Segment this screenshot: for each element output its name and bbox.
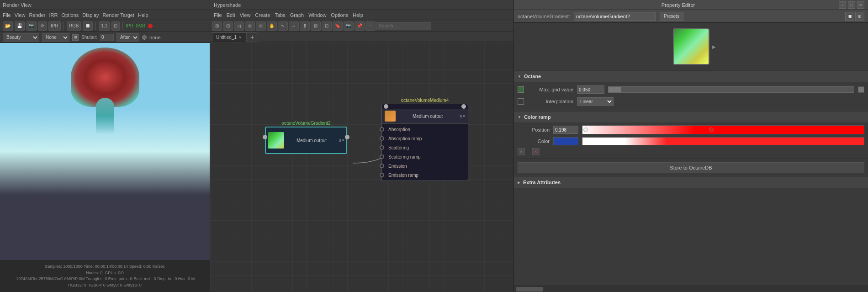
rv-menu-options[interactable]: Options bbox=[61, 12, 79, 18]
pe-octane-section-header[interactable]: ▼ Octane bbox=[514, 71, 868, 82]
medium-port-top-left[interactable] bbox=[384, 104, 388, 109]
max-grid-slider[interactable] bbox=[608, 86, 854, 93]
tab-close-icon[interactable]: ✕ bbox=[238, 35, 242, 40]
interpolation-select[interactable]: Linear Smooth Constant bbox=[577, 97, 614, 106]
medium-btn-menu[interactable]: ≡ bbox=[463, 114, 465, 118]
rv-menu-render[interactable]: Render bbox=[29, 12, 45, 18]
medium-port-top-right[interactable] bbox=[461, 104, 466, 109]
pe-color-ramp-header[interactable]: ▼ Color ramp bbox=[514, 111, 868, 122]
rv-tool-rgb[interactable]: RGB bbox=[67, 21, 81, 31]
pe-title: Property Editor bbox=[518, 2, 839, 8]
hs-tool-select[interactable]: ↖ bbox=[278, 21, 288, 31]
pe-presets-button[interactable]: Presets bbox=[660, 12, 683, 21]
rv-tool-ipr[interactable]: IPR bbox=[48, 21, 61, 31]
medium-port-emission-in[interactable] bbox=[380, 164, 384, 168]
hs-tool-grid[interactable]: ⊞ bbox=[311, 21, 321, 31]
medium-port-absorption-ramp-in[interactable] bbox=[380, 136, 384, 141]
medium-port-absorption-in[interactable] bbox=[380, 127, 384, 132]
hs-tool-bookmark[interactable]: 🔖 bbox=[333, 21, 343, 31]
rv-tool-zoom[interactable]: 1:1 bbox=[99, 21, 110, 31]
node-gradient[interactable]: octaneVolumeGradient2 Medium output S ≡ bbox=[265, 120, 347, 154]
medium-port-emission-ramp-in[interactable] bbox=[380, 173, 384, 177]
hs-menu-window[interactable]: Window bbox=[308, 12, 326, 18]
hs-tool-fit-all[interactable]: ⊞ bbox=[212, 21, 222, 31]
pe-icon-btn-2[interactable]: ⊞ bbox=[855, 12, 864, 21]
rv-menu-render-target[interactable]: Render Target bbox=[102, 12, 134, 18]
rv-tool-snapshot[interactable]: 📷 bbox=[26, 21, 37, 31]
gradient-port-right[interactable] bbox=[345, 135, 349, 139]
pe-extra-attributes-header[interactable]: ▶ Extra Attributes bbox=[514, 177, 868, 188]
hs-tool-pin[interactable]: 📌 bbox=[355, 21, 365, 31]
rv-tool-refresh[interactable]: ⟳ bbox=[38, 21, 47, 31]
store-to-octanedb-button[interactable]: Store to OctaneDB bbox=[518, 162, 864, 173]
hs-tool-connect[interactable]: ↔ bbox=[289, 21, 299, 31]
rv-menu-irr[interactable]: IRR bbox=[49, 12, 58, 18]
options-icon-1[interactable]: ⊞ bbox=[72, 34, 79, 41]
hs-menu-create[interactable]: Create bbox=[255, 12, 270, 18]
hs-menu-tabs[interactable]: Tabs bbox=[275, 12, 285, 18]
tab-add[interactable]: + bbox=[246, 32, 258, 42]
hs-tool-pan[interactable]: ✋ bbox=[267, 21, 277, 31]
ramp-gradient-bar[interactable] bbox=[582, 125, 864, 134]
rv-menu-help[interactable]: Help bbox=[138, 12, 148, 18]
max-grid-input[interactable] bbox=[577, 85, 604, 94]
hs-menu-help[interactable]: Help bbox=[353, 12, 363, 18]
pe-icon-btn-1[interactable]: 🔲 bbox=[845, 12, 854, 21]
shutter-input[interactable] bbox=[100, 34, 114, 41]
status-nodes: Nodes: 0, GPUs: 0/0 bbox=[86, 270, 124, 276]
medium-header-label: Medium output bbox=[396, 114, 460, 119]
max-grid-slider-fill bbox=[609, 87, 621, 92]
medium-btn-s[interactable]: S bbox=[460, 114, 462, 118]
hs-tool-more[interactable]: ⋯ bbox=[365, 21, 376, 31]
gradient-btn-menu[interactable]: ≡ bbox=[342, 138, 344, 143]
pe-horizontal-scrollbar[interactable] bbox=[514, 286, 868, 292]
hs-tool-zoom-in[interactable]: ⊕ bbox=[245, 21, 255, 31]
pe-maximize-btn[interactable]: □ bbox=[848, 1, 855, 9]
gradient-btn-s[interactable]: S bbox=[339, 138, 341, 143]
interpolation-checkbox[interactable] bbox=[518, 98, 524, 105]
medium-port-scattering-ramp-in[interactable] bbox=[380, 154, 384, 159]
hypershade-canvas[interactable]: octaneVolumeGradient2 Medium output S ≡ … bbox=[210, 42, 513, 292]
hypershade-panel: Hypershade File Edit View Create Tabs Gr… bbox=[210, 0, 514, 292]
pe-node-name-input[interactable] bbox=[574, 12, 656, 21]
hs-tool-snap[interactable]: ⊡ bbox=[322, 21, 332, 31]
none-select[interactable]: None bbox=[42, 33, 69, 42]
hs-menu-edit[interactable]: Edit bbox=[227, 12, 235, 18]
rv-tool-channels[interactable]: 🔲 bbox=[83, 21, 93, 31]
hs-menu-file[interactable]: File bbox=[214, 12, 222, 18]
ramp-icon-delete[interactable]: ✕ bbox=[532, 148, 540, 155]
ramp-marker-white[interactable] bbox=[583, 127, 588, 132]
after-select[interactable]: After bbox=[116, 33, 139, 42]
hs-tool-prev[interactable]: ◁ bbox=[234, 21, 244, 31]
rv-menu-view[interactable]: View bbox=[15, 12, 26, 18]
pe-close-btn[interactable]: ✕ bbox=[857, 1, 864, 9]
rv-tool-open[interactable]: 📂 bbox=[3, 21, 13, 31]
gradient-port-left[interactable] bbox=[263, 135, 267, 139]
ramp-color-display[interactable] bbox=[582, 137, 864, 145]
tab-untitled1[interactable]: Untitled_1 ✕ bbox=[212, 32, 246, 42]
color-swatch[interactable] bbox=[142, 35, 147, 40]
hs-menu-view[interactable]: View bbox=[240, 12, 251, 18]
ramp-marker-red[interactable] bbox=[709, 127, 714, 132]
rv-tool-save[interactable]: 💾 bbox=[15, 21, 25, 31]
node-medium[interactable]: octaneVolumeMedium4 Medium output S ≡ bbox=[381, 97, 468, 181]
hs-tool-fit-sel[interactable]: ⊟ bbox=[223, 21, 233, 31]
scrollbar-thumb[interactable] bbox=[516, 287, 543, 292]
color-swatch-display[interactable] bbox=[553, 137, 578, 145]
position-input[interactable] bbox=[553, 126, 578, 134]
hs-tool-zoom-out[interactable]: ⊖ bbox=[256, 21, 266, 31]
max-grid-slider-square[interactable] bbox=[858, 86, 864, 93]
hs-tool-camera[interactable]: 📷 bbox=[344, 21, 354, 31]
medium-port-scattering-in[interactable] bbox=[380, 145, 384, 150]
ramp-icon-reset[interactable]: ✕ bbox=[518, 148, 525, 155]
hs-tool-layout[interactable]: ⣿ bbox=[300, 21, 310, 31]
beauty-select[interactable]: Beauty bbox=[3, 33, 39, 42]
hypershade-search[interactable] bbox=[376, 22, 431, 30]
hs-menu-options[interactable]: Options bbox=[331, 12, 348, 18]
rv-tool-fit[interactable]: ⊡ bbox=[111, 21, 120, 31]
rv-menu-file[interactable]: File bbox=[3, 12, 11, 18]
rv-menu-display[interactable]: Display bbox=[82, 12, 99, 18]
pe-minimize-btn[interactable]: − bbox=[839, 1, 846, 9]
max-grid-checkbox[interactable] bbox=[518, 86, 524, 93]
hs-menu-graph[interactable]: Graph bbox=[290, 12, 304, 18]
